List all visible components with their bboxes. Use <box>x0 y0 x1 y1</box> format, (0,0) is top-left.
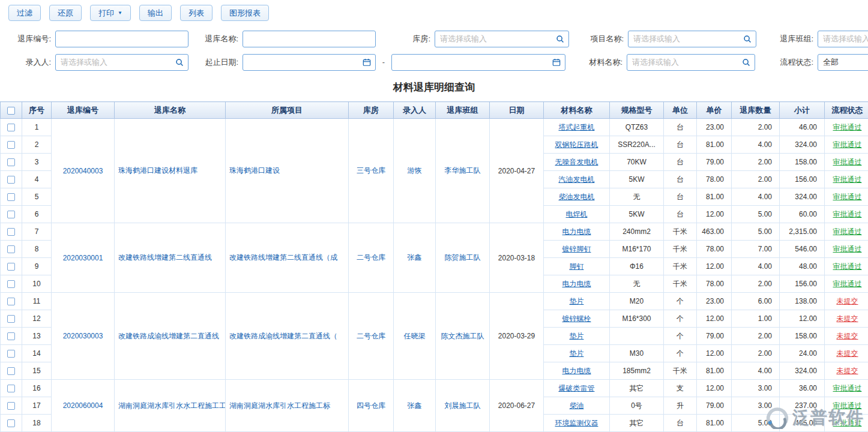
filter-button[interactable]: 过滤 <box>8 5 41 21</box>
material-link[interactable]: 垫片 <box>570 349 584 358</box>
restore-button[interactable]: 还原 <box>49 5 82 21</box>
material-link[interactable]: 电焊机 <box>566 210 588 218</box>
project-link[interactable]: 珠海鹤港口建设 <box>229 166 280 175</box>
list-view-button[interactable]: 列表 <box>180 5 212 21</box>
status-link[interactable]: 审批通过 <box>833 123 862 131</box>
status-link[interactable]: 审批通过 <box>833 245 862 253</box>
team-input[interactable] <box>818 31 868 47</box>
column-header[interactable]: 退库编号 <box>52 102 115 119</box>
status-link[interactable]: 审批通过 <box>833 227 862 236</box>
return-code-link[interactable]: 2020030001 <box>63 254 103 262</box>
row-checkbox[interactable] <box>7 350 15 358</box>
return-code-link[interactable]: 2020060004 <box>63 401 103 410</box>
status-link[interactable]: 未提交 <box>837 297 858 305</box>
warehouse-input[interactable] <box>435 31 568 47</box>
print-button[interactable]: 打印▼ <box>90 5 131 21</box>
status-link[interactable]: 审批通过 <box>833 158 862 166</box>
row-checkbox[interactable] <box>7 176 15 184</box>
project-link[interactable]: 改建铁路线增建第二线直通线（成 <box>229 253 337 262</box>
return-no-input[interactable] <box>56 31 188 47</box>
warehouse-link[interactable]: 二号仓库 <box>357 332 385 340</box>
date-start-input[interactable] <box>243 55 375 70</box>
column-header[interactable]: 退库数量 <box>732 102 780 119</box>
row-checkbox[interactable] <box>7 298 15 305</box>
warehouse-link[interactable]: 二号仓库 <box>357 253 385 262</box>
project-link[interactable]: 湖南洞庭湖水库引水工程施工标 <box>229 401 330 410</box>
material-link[interactable]: 柴油发电机 <box>559 193 595 201</box>
column-header[interactable]: 单价 <box>697 102 732 119</box>
status-link[interactable]: 未提交 <box>837 314 858 323</box>
table-row[interactable]: 162020060004湖南洞庭湖水库引水水工程施工工湖南洞庭湖水库引水工程施工… <box>1 380 868 397</box>
material-link[interactable]: 无噪音发电机 <box>555 158 598 166</box>
status-link[interactable]: 审批通过 <box>833 140 862 149</box>
entry-person-link[interactable]: 张鑫 <box>408 253 422 262</box>
column-header[interactable]: 退库班组 <box>436 102 490 119</box>
material-link[interactable]: 电力电缆 <box>562 367 591 375</box>
material-link[interactable]: 脚钉 <box>570 262 584 271</box>
row-checkbox[interactable] <box>7 263 15 271</box>
row-checkbox[interactable] <box>7 419 15 427</box>
material-link[interactable]: 镀锌脚钉 <box>562 245 591 253</box>
search-icon[interactable] <box>556 35 564 43</box>
status-link[interactable]: 未提交 <box>837 332 858 340</box>
calendar-icon[interactable] <box>552 58 561 67</box>
status-link[interactable]: 未提交 <box>837 349 858 358</box>
status-link[interactable]: 审批通过 <box>833 384 862 392</box>
column-header[interactable]: 材料名称 <box>544 102 610 119</box>
entry-person-input[interactable] <box>56 55 188 70</box>
column-header[interactable]: 库房 <box>349 102 394 119</box>
material-link[interactable]: 电力电缆 <box>562 280 591 288</box>
return-code-link[interactable]: 2020030003 <box>63 332 103 340</box>
row-checkbox[interactable] <box>7 402 15 410</box>
export-button[interactable]: 输出 <box>139 5 172 21</box>
material-link[interactable]: 镀锌螺栓 <box>562 314 591 323</box>
material-link[interactable]: 汽油发电机 <box>559 175 595 184</box>
material-link[interactable]: 垫片 <box>570 297 584 305</box>
material-input[interactable] <box>627 55 755 70</box>
row-checkbox[interactable] <box>7 332 15 340</box>
warehouse-link[interactable]: 三号仓库 <box>357 166 385 175</box>
search-icon[interactable] <box>742 58 750 67</box>
project-link[interactable]: 改建铁路成渝线增建第二直通线（ <box>229 332 337 340</box>
material-link[interactable]: 爆破类雷管 <box>559 384 595 392</box>
row-checkbox[interactable] <box>7 385 15 392</box>
return-code-link[interactable]: 2020040003 <box>63 167 103 175</box>
row-checkbox[interactable] <box>7 124 15 131</box>
search-icon[interactable] <box>175 58 184 67</box>
material-link[interactable]: 双钢轮压路机 <box>555 140 598 149</box>
entry-person-link[interactable]: 张鑫 <box>408 401 422 410</box>
date-end-input[interactable] <box>392 55 565 70</box>
table-row[interactable]: 72020030001改建铁路线增建第二线直通线改建铁路线增建第二线直通线（成二… <box>1 223 868 241</box>
status-link[interactable]: 审批通过 <box>833 280 862 288</box>
entry-person-link[interactable]: 任晓渠 <box>404 332 426 340</box>
row-checkbox[interactable] <box>7 193 15 201</box>
row-checkbox[interactable] <box>7 315 15 323</box>
return-name-link[interactable]: 珠海鹤港口建设材料退库 <box>118 166 197 175</box>
project-input[interactable] <box>628 31 756 47</box>
team-link[interactable]: 刘晨施工队 <box>445 401 481 410</box>
row-checkbox[interactable] <box>7 245 15 253</box>
status-link[interactable]: 审批通过 <box>833 401 862 410</box>
column-header[interactable]: 小计 <box>780 102 825 119</box>
warehouse-link[interactable]: 四号仓库 <box>357 401 385 410</box>
column-header[interactable]: 序号 <box>22 102 52 119</box>
material-link[interactable]: 电力电缆 <box>562 227 591 236</box>
status-link[interactable]: 审批通过 <box>833 262 862 271</box>
status-link[interactable]: 审批通过 <box>833 175 862 184</box>
status-select[interactable]: 全部 <box>818 54 868 71</box>
team-link[interactable]: 陈贺施工队 <box>445 253 481 262</box>
calendar-icon[interactable] <box>363 58 371 67</box>
return-name-link[interactable]: 湖南洞庭湖水库引水水工程施工工 <box>118 401 226 410</box>
status-link[interactable]: 审批通过 <box>833 193 862 201</box>
return-name-link[interactable]: 改建铁路成渝线增建第二直通线 <box>118 332 219 340</box>
material-link[interactable]: 垫片 <box>570 332 584 340</box>
chart-report-button[interactable]: 图形报表 <box>221 5 269 21</box>
status-link[interactable]: 审批通过 <box>833 419 862 427</box>
material-link[interactable]: 柴油 <box>570 401 584 410</box>
table-row[interactable]: 112020030003改建铁路成渝线增建第二直通线改建铁路成渝线增建第二直通线… <box>1 293 868 310</box>
row-checkbox[interactable] <box>7 367 15 375</box>
row-checkbox[interactable] <box>7 141 15 149</box>
return-name-link[interactable]: 改建铁路线增建第二线直通线 <box>118 253 212 262</box>
row-checkbox[interactable] <box>7 158 15 166</box>
row-checkbox[interactable] <box>7 280 15 288</box>
